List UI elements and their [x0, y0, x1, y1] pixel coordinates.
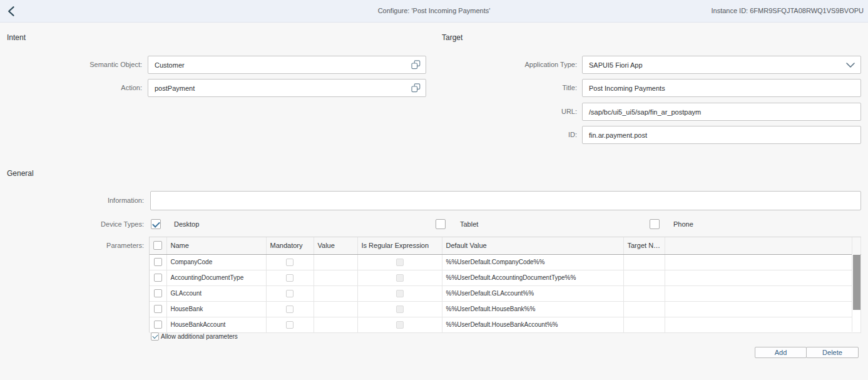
is-regular-expression-checkbox[interactable] — [396, 259, 404, 266]
parameter-mandatory-cell — [266, 254, 314, 270]
desktop-checkbox[interactable] — [151, 219, 161, 229]
phone-checkbox-label[interactable]: Phone — [673, 219, 693, 229]
column-header-name[interactable]: Name — [166, 237, 266, 254]
row-select-checkbox[interactable] — [154, 289, 162, 297]
intent-section-heading: Intent — [7, 33, 26, 43]
application-type-value: SAPUI5 Fiori App — [589, 61, 643, 69]
information-label: Information: — [108, 192, 144, 210]
desktop-checkbox-label[interactable]: Desktop — [174, 219, 199, 229]
parameter-row[interactable]: HouseBank %%UserDefault.HouseBank%% — [150, 301, 860, 317]
application-type-label: Application Type: — [524, 56, 577, 74]
row-filler-cell — [665, 285, 860, 301]
parameter-default-value-cell: %%UserDefault.GLAccount%% — [442, 285, 623, 301]
parameter-value-cell[interactable] — [314, 270, 357, 285]
semantic-object-value: Customer — [155, 61, 185, 69]
is-regular-expression-checkbox[interactable] — [396, 321, 404, 329]
table-scrollbar-thumb[interactable] — [853, 255, 860, 310]
url-input[interactable]: /sap/bc/ui5_ui5/sap/fin_ar_postpaym — [582, 103, 861, 121]
column-header-is-regular-expression[interactable]: Is Regular Expression — [357, 237, 442, 254]
is-regular-expression-checkbox[interactable] — [396, 306, 404, 313]
parameter-name-cell: HouseBankAccount — [166, 317, 266, 332]
parameter-value-cell[interactable] — [314, 285, 357, 301]
configure-target-mapping-page: Configure: 'Post Incoming Payments' Inst… — [0, 0, 868, 380]
row-select-checkbox[interactable] — [154, 321, 162, 329]
parameter-row[interactable]: CompanyCode %%UserDefault.CompanyCode%% — [150, 254, 860, 270]
parameter-value-cell[interactable] — [314, 301, 357, 317]
parameter-is-regex-cell — [357, 317, 442, 332]
mandatory-checkbox[interactable] — [286, 290, 294, 297]
parameters-label: Parameters: — [106, 237, 144, 255]
row-select-checkbox[interactable] — [154, 305, 162, 313]
column-header-mandatory[interactable]: Mandatory — [266, 237, 314, 254]
parameter-value-cell[interactable] — [314, 254, 357, 270]
parameter-row[interactable]: HouseBankAccount %%UserDefault.HouseBank… — [150, 317, 860, 332]
chevron-down-icon — [846, 63, 855, 68]
phone-checkbox[interactable] — [650, 219, 660, 229]
dropdown-arrow-button[interactable] — [845, 60, 855, 70]
row-select-cell — [150, 317, 166, 332]
parameter-is-regex-cell — [357, 285, 442, 301]
table-scrollbar-corner — [852, 237, 860, 255]
id-label: ID: — [568, 126, 577, 144]
id-input[interactable]: fin.ar.payment.post — [582, 126, 861, 144]
parameter-name-cell: GLAccount — [166, 285, 266, 301]
delete-button[interactable]: Delete — [806, 347, 859, 358]
parameter-mandatory-cell — [266, 285, 314, 301]
top-bar: Configure: 'Post Incoming Payments' Inst… — [0, 0, 868, 23]
row-filler-cell — [665, 317, 860, 332]
parameter-target-name-cell — [623, 254, 665, 270]
parameter-target-name-cell — [623, 301, 665, 317]
url-value: /sap/bc/ui5_ui5/sap/fin_ar_postpaym — [589, 108, 701, 116]
parameter-value-cell[interactable] — [314, 317, 357, 332]
tablet-checkbox[interactable] — [436, 219, 446, 229]
application-type-select[interactable]: SAPUI5 Fiori App — [582, 56, 861, 74]
title-input[interactable]: Post Incoming Payments — [582, 79, 861, 97]
action-input[interactable]: postPayment — [148, 79, 426, 97]
semantic-object-label: Semantic Object: — [89, 56, 142, 74]
column-header-target-name[interactable]: Target N… — [623, 237, 665, 254]
parameter-mandatory-cell — [266, 270, 314, 285]
tablet-checkbox-label[interactable]: Tablet — [460, 219, 478, 229]
column-header-value[interactable]: Value — [314, 237, 357, 254]
table-scrollbar[interactable] — [852, 255, 860, 332]
copy-icon — [411, 60, 421, 69]
column-header-default-value[interactable]: Default Value — [442, 237, 623, 254]
select-all-checkbox[interactable] — [153, 241, 162, 250]
mandatory-checkbox[interactable] — [286, 321, 294, 329]
row-select-cell — [150, 254, 166, 270]
parameter-row[interactable]: GLAccount %%UserDefault.GLAccount%% — [150, 285, 860, 301]
semantic-object-input[interactable]: Customer — [148, 56, 426, 74]
parameter-mandatory-cell — [266, 317, 314, 332]
mandatory-checkbox[interactable] — [286, 306, 294, 313]
row-filler-cell — [665, 301, 860, 317]
id-value: fin.ar.payment.post — [589, 131, 647, 139]
device-types-label: Device Types: — [101, 215, 144, 234]
allow-additional-parameters-label[interactable]: Allow additional parameters — [161, 333, 238, 341]
copy-icon — [411, 83, 421, 93]
parameter-default-value-cell: %%UserDefault.HouseBankAccount%% — [442, 317, 623, 332]
is-regular-expression-checkbox[interactable] — [396, 290, 404, 297]
instance-id: Instance ID: 6FMR9SFQJTA08RWQ1VS9BVOPU — [711, 0, 864, 21]
copy-semantic-object-button[interactable] — [411, 60, 421, 70]
mandatory-checkbox[interactable] — [286, 259, 294, 266]
information-input[interactable] — [150, 191, 861, 210]
parameters-table: Name Mandatory Value Is Regular Expressi… — [149, 237, 861, 332]
mandatory-checkbox[interactable] — [286, 274, 294, 282]
action-value: postPayment — [155, 85, 195, 92]
parameter-target-name-cell — [623, 285, 665, 301]
parameter-default-value-cell: %%UserDefault.HouseBank%% — [442, 301, 623, 317]
row-filler-cell — [665, 270, 860, 285]
row-select-checkbox[interactable] — [154, 274, 162, 282]
parameter-default-value-cell: %%UserDefault.AccountingDocumentType%% — [442, 270, 623, 285]
copy-action-button[interactable] — [411, 83, 421, 93]
row-select-checkbox[interactable] — [154, 258, 162, 266]
parameter-name-cell: AccountingDocumentType — [166, 270, 266, 285]
allow-additional-parameters-checkbox[interactable] — [151, 332, 159, 341]
add-button[interactable]: Add — [755, 347, 807, 358]
row-select-cell — [150, 270, 166, 285]
action-label: Action: — [121, 79, 142, 97]
row-filler-cell — [665, 254, 860, 270]
parameter-row[interactable]: AccountingDocumentType %%UserDefault.Acc… — [150, 270, 860, 285]
is-regular-expression-checkbox[interactable] — [396, 274, 404, 282]
column-header-filler — [665, 237, 860, 254]
